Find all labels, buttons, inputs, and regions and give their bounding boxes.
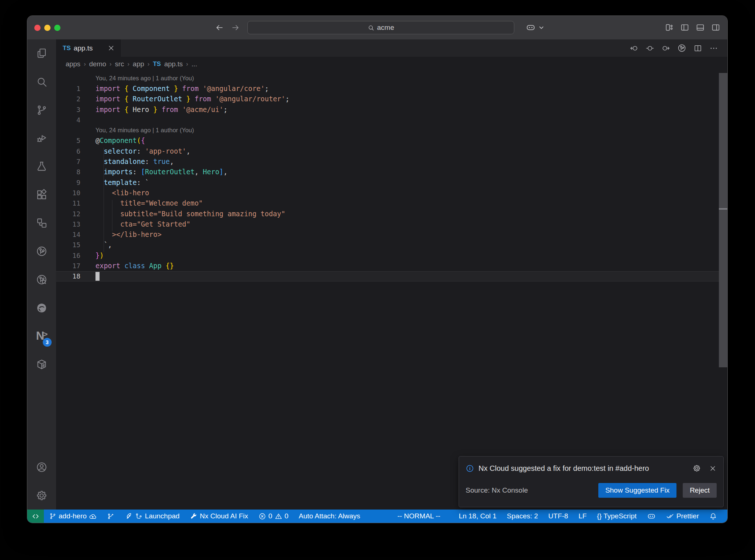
breadcrumb-demo[interactable]: demo: [89, 60, 106, 68]
breadcrumb-separator: ›: [186, 60, 188, 68]
copilot-icon: [647, 512, 656, 521]
wrench-icon: [190, 512, 198, 520]
code-line-7: 7 standalone: true,: [56, 156, 727, 167]
activity-search[interactable]: [27, 68, 56, 96]
info-icon: [466, 464, 474, 473]
branch-sparkle-icon: [107, 512, 115, 520]
notification-settings-icon[interactable]: [693, 464, 701, 472]
code-line-12: 12 subtitle="Build something amazing tod…: [56, 209, 727, 219]
activity-edge-browser[interactable]: [27, 294, 56, 322]
traffic-lights: [34, 16, 60, 39]
status-language-mode[interactable]: {} TypeScript: [592, 510, 641, 523]
notification-title: Nx Cloud suggested a fix for demo:test i…: [479, 464, 688, 473]
breadcrumb-apps[interactable]: apps: [66, 60, 80, 68]
activity-badge: 3: [43, 338, 52, 347]
breadcrumb-file[interactable]: app.ts: [164, 60, 182, 68]
status-cursor-position[interactable]: Ln 18, Col 1: [453, 510, 501, 523]
status-auto-attach[interactable]: Auto Attach: Always: [293, 510, 365, 523]
tab-app-ts[interactable]: TS app.ts: [56, 39, 121, 57]
typescript-file-icon: TS: [63, 45, 71, 52]
breadcrumb-app[interactable]: app: [133, 60, 144, 68]
status-copilot[interactable]: [642, 510, 661, 523]
activity-source-control[interactable]: [27, 96, 56, 124]
error-circle-icon: [258, 512, 266, 520]
status-problems[interactable]: 00: [253, 510, 293, 523]
checks-icon: [666, 512, 674, 520]
blame-annotation: You, 24 minutes ago | 1 author (You): [56, 73, 727, 83]
breadcrumb-separator: ›: [84, 60, 86, 68]
cloud-up-icon: [89, 512, 97, 520]
activity-accounts[interactable]: [27, 453, 56, 482]
code-line-5: 5@Component({: [56, 136, 727, 146]
nx-run-circle-icon[interactable]: [677, 43, 686, 53]
toggle-panel-right-icon[interactable]: [711, 23, 720, 32]
scrollbar-cursor-marker: [719, 208, 727, 210]
go-back-circle-icon[interactable]: [630, 44, 639, 53]
vscode-window: acme N>3 TS app.ts apps›demo›src›app›TSa…: [27, 16, 727, 523]
activity-bar: N>3: [27, 39, 56, 510]
code-editor[interactable]: You, 24 minutes ago | 1 author (You)1imp…: [56, 71, 727, 510]
status-vim-mode[interactable]: -- NORMAL --: [392, 510, 445, 523]
reject-button[interactable]: Reject: [683, 483, 717, 498]
activity-testing[interactable]: [27, 153, 56, 181]
breadcrumb-symbol[interactable]: ...: [191, 60, 197, 68]
breadcrumb-separator: ›: [147, 60, 150, 68]
status-remote-indicator[interactable]: [27, 510, 44, 523]
activity-nx-graph[interactable]: [27, 237, 56, 266]
split-editor-icon[interactable]: [693, 44, 702, 53]
status-nx-cloud-ai-fix[interactable]: Nx Cloud AI Fix: [185, 510, 253, 523]
customize-layout-icon[interactable]: [665, 23, 674, 32]
command-center-search[interactable]: acme: [247, 21, 514, 34]
status-git-graph[interactable]: [102, 510, 120, 523]
copilot-icon: [526, 22, 536, 32]
activity-settings[interactable]: [27, 481, 56, 510]
navigate-back-icon[interactable]: [215, 23, 224, 32]
navigate-forward-icon[interactable]: [231, 23, 240, 32]
status-launchpad[interactable]: Launchpad: [120, 510, 185, 523]
code-line-10: 10 <lib-hero: [56, 188, 727, 198]
status-bar: add-heroLaunchpadNx Cloud AI Fix00Auto A…: [27, 510, 727, 523]
status-formatter[interactable]: Prettier: [661, 510, 704, 523]
code-line-18: 18: [56, 271, 727, 281]
code-line-1: 1import { Component } from '@angular/cor…: [56, 83, 727, 94]
more-actions-icon[interactable]: [709, 44, 718, 53]
code-line-17: 17export class App {}: [56, 260, 727, 271]
zoom-window-button[interactable]: [54, 25, 60, 31]
activity-nx-graph-search[interactable]: [27, 266, 56, 294]
status-indentation[interactable]: Spaces: 2: [502, 510, 543, 523]
code-line-6: 6 selector: 'app-root',: [56, 146, 727, 156]
breadcrumb-separator: ›: [109, 60, 112, 68]
activity-extensions[interactable]: [27, 181, 56, 209]
warning-triangle-icon: [275, 512, 282, 520]
status-git-branch[interactable]: add-hero: [44, 510, 102, 523]
status-eol[interactable]: LF: [573, 510, 592, 523]
activity-containers[interactable]: [27, 350, 56, 379]
minimize-window-button[interactable]: [44, 25, 51, 31]
code-line-3: 3import { Hero } from '@acme/ui';: [56, 104, 727, 115]
remote-icon: [31, 512, 40, 521]
code-line-8: 8 imports: [RouterOutlet, Hero],: [56, 167, 727, 177]
activity-project-graph[interactable]: [27, 209, 56, 237]
toggle-panel-left-icon[interactable]: [680, 23, 689, 32]
status-encoding[interactable]: UTF-8: [543, 510, 573, 523]
activity-nx-console[interactable]: N>3: [27, 322, 56, 350]
rocket-icon: [125, 512, 133, 520]
toggle-panel-bottom-icon[interactable]: [696, 23, 705, 32]
code-line-14: 14 ></lib-hero>: [56, 229, 727, 239]
code-line-4: 4: [56, 115, 727, 125]
blame-annotation: You, 24 minutes ago | 1 author (You): [56, 125, 727, 135]
activity-run-and-debug[interactable]: [27, 124, 56, 153]
status-notifications-bell[interactable]: [704, 510, 722, 523]
show-suggested-fix-button[interactable]: Show Suggested Fix: [598, 483, 676, 498]
breadcrumb-src[interactable]: src: [115, 60, 124, 68]
close-tab-icon[interactable]: [107, 44, 115, 52]
activity-explorer[interactable]: [27, 39, 56, 68]
scrollbar-thumb[interactable]: [719, 73, 727, 367]
circle-dash-icon[interactable]: [646, 44, 654, 53]
branch-dot-icon: [135, 512, 143, 520]
notification-close-icon[interactable]: [709, 465, 717, 472]
close-window-button[interactable]: [34, 25, 41, 31]
circle-arrow-icon[interactable]: [661, 44, 670, 53]
search-icon: [368, 24, 375, 31]
copilot-menu[interactable]: [526, 22, 546, 32]
